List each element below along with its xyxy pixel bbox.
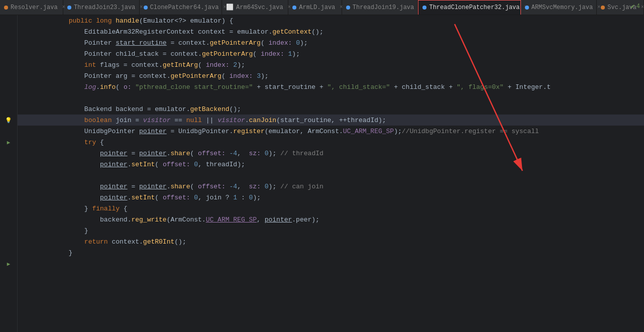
tab-dot-threadclonepatcher32 <box>422 6 426 10</box>
gutter-row-14 <box>0 159 17 170</box>
tab-threadjoin23[interactable]: ThreadJoin23.java × <box>63 0 140 15</box>
gutter-row-10: 💡 <box>0 115 17 126</box>
tab-label-arm64svc: Arm64Svc.java <box>236 4 283 11</box>
gutter-row-13 <box>0 148 17 159</box>
code-lines-area: public long handle(Emulator<?> emulator)… <box>18 15 644 332</box>
gutter: 💡 ▶ ▶ <box>0 15 18 332</box>
tab-label-clonepatcher64: ClonePatcher64.java <box>150 4 219 11</box>
gutter-row-8 <box>0 92 17 103</box>
gutter-row-15 <box>0 170 17 181</box>
gutter-row-1 <box>0 15 17 26</box>
tab-label-armld: ArmLD.java <box>299 4 335 11</box>
tab-close-svc[interactable]: × <box>641 5 644 10</box>
gutter-row-21 <box>0 236 17 247</box>
bookmark-icon: ▶ <box>7 139 11 146</box>
checkmark-icon: ✔ <box>630 2 634 11</box>
gutter-row-6 <box>0 70 17 81</box>
gutter-row-22 <box>0 247 17 258</box>
badge-count: 4 <box>636 3 640 10</box>
tab-dot-threadjoin19 <box>346 6 350 10</box>
code-line-22: } <box>18 247 644 258</box>
gutter-row-11 <box>0 126 17 137</box>
tab-dot-armld <box>292 6 296 10</box>
tab-dot-svc <box>601 6 605 10</box>
tab-dot-clonepatcher64 <box>144 6 148 10</box>
tab-resolver[interactable]: Resolver.java × <box>0 0 63 15</box>
code-area: 💡 ▶ ▶ <box>0 15 644 332</box>
gutter-row-20 <box>0 225 17 236</box>
gutter-row-9 <box>0 103 17 115</box>
tab-dot-threadjoin23 <box>67 6 71 10</box>
tab-label-armsvcmemory: ARMSvcMemory.java <box>531 4 593 11</box>
tab-dot-resolver <box>4 6 8 10</box>
tab-arm64svc[interactable]: ⬜ Arm64Svc.java × <box>222 0 288 15</box>
code-line-7: log.info( o: "pthread_clone start_routin… <box>18 81 644 92</box>
gutter-row-2 <box>0 26 17 37</box>
gutter-row-18 <box>0 203 17 214</box>
gutter-row-12: ▶ <box>0 137 17 148</box>
tab-clonepatcher64[interactable]: ClonePatcher64.java × <box>140 0 223 15</box>
tab-threadclonepatcher32[interactable]: ThreadClonePatcher32.java × <box>418 0 520 15</box>
code-line-21: return context.getR0Int(); <box>18 236 644 247</box>
gutter-row-19 <box>0 214 17 225</box>
tab-bar: Resolver.java × ThreadJoin23.java × Clon… <box>0 0 644 15</box>
gutter-row-23: ▶ <box>0 258 17 269</box>
gutter-row-5 <box>0 59 17 70</box>
code-line-11: UnidbgPointer pointer = UnidbgPointer.re… <box>18 126 644 137</box>
gutter-row-3 <box>0 37 17 48</box>
tab-icon-arm64svc: ⬜ <box>226 4 234 11</box>
tab-label-threadclonepatcher32: ThreadClonePatcher32.java <box>429 4 519 11</box>
code-line-23 <box>18 258 644 269</box>
code-line-19: backend.reg_write(ArmConst.UC_ARM_REG_SP… <box>18 214 644 225</box>
code-line-14: pointer.setInt( offset: 0, threadId); <box>18 159 644 170</box>
tab-threadjoin19[interactable]: ThreadJoin19.java × <box>342 0 418 15</box>
tab-label-threadjoin19: ThreadJoin19.java <box>353 4 414 11</box>
line-23-content <box>22 260 26 268</box>
tab-armld[interactable]: ArmLD.java × <box>288 0 342 15</box>
gutter-row-7 <box>0 81 17 92</box>
bulb-icon[interactable]: 💡 <box>5 117 12 124</box>
gutter-row-17 <box>0 192 17 203</box>
tab-armsvcmemory[interactable]: ARMSvcMemory.java × <box>521 0 597 15</box>
bookmark-icon-2: ▶ <box>7 261 11 267</box>
gutter-row-16 <box>0 181 17 192</box>
tab-dot-armsvcmemory <box>525 6 529 10</box>
tab-label-resolver: Resolver.java <box>11 4 58 11</box>
top-right-badge: ✔ 4 <box>630 2 640 11</box>
tab-label-threadjoin23: ThreadJoin23.java <box>74 4 135 11</box>
gutter-row-4 <box>0 48 17 59</box>
